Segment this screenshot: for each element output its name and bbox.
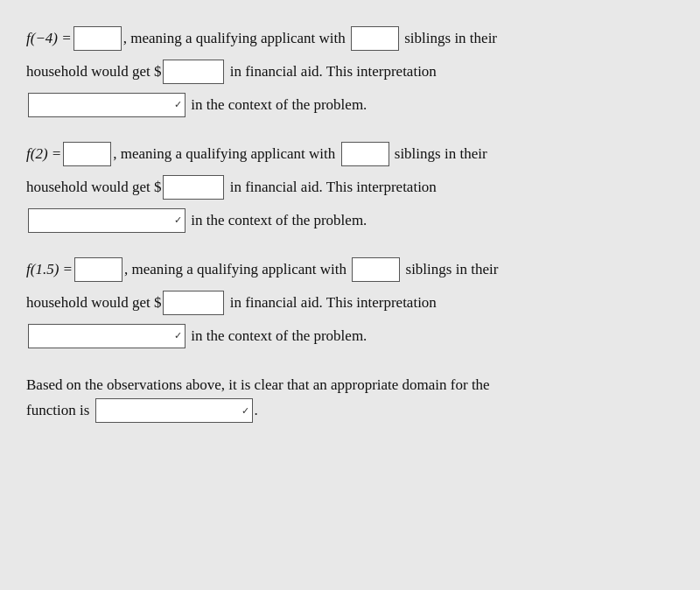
dropdown-domain[interactable]: all real numbers whole numbers non-negat… xyxy=(95,398,253,423)
dropdown-wrapper-2: makes sense does not make sense xyxy=(26,208,187,233)
section-f-neg4: f(−4) = , meaning a qualifying applicant… xyxy=(26,26,674,117)
final-text-line2: function is all real numbers whole numbe… xyxy=(26,398,674,424)
line2-section2: household would get $ in financial aid. … xyxy=(26,175,674,200)
input-f-neg4-siblings[interactable] xyxy=(351,26,399,51)
line3-section2: makes sense does not make sense in the c… xyxy=(26,208,674,233)
input-f-1pt5-value[interactable] xyxy=(74,257,122,282)
line3-end-2: in the context of the problem. xyxy=(191,208,367,232)
final-text-line1: Based on the observations above, it is c… xyxy=(26,373,674,398)
input-f-neg4-value[interactable] xyxy=(74,26,122,51)
line3-section3: makes sense does not make sense in the c… xyxy=(26,324,674,348)
dropdown-wrapper-3: makes sense does not make sense xyxy=(26,324,187,348)
line2-start-1: household would get $ xyxy=(26,60,161,83)
line2-section1: household would get $ in financial aid. … xyxy=(26,60,674,84)
dropdown-interpretation-2[interactable]: makes sense does not make sense xyxy=(28,208,186,233)
line1-end-1: siblings in their xyxy=(404,26,497,50)
line1-mid-3: , meaning a qualifying applicant with xyxy=(124,257,346,281)
line2-end-2: in financial aid. This interpretation xyxy=(230,175,437,199)
line1-section2: f(2) = , meaning a qualifying applicant … xyxy=(26,142,674,166)
func-label-2: f(2) = xyxy=(26,142,61,165)
func-label-3: f(1.5) = xyxy=(26,257,73,281)
line2-start-2: household would get $ xyxy=(26,175,161,199)
final-section: Based on the observations above, it is c… xyxy=(26,373,674,424)
func-label-1: f(−4) = xyxy=(26,26,72,50)
section-f-2: f(2) = , meaning a qualifying applicant … xyxy=(26,142,674,233)
line1-mid-2: , meaning a qualifying applicant with xyxy=(113,142,335,165)
line1-mid-1: , meaning a qualifying applicant with xyxy=(123,26,346,50)
input-f-neg4-aid[interactable] xyxy=(163,60,224,84)
section-f-1pt5: f(1.5) = , meaning a qualifying applican… xyxy=(26,257,674,348)
line2-end-1: in financial aid. This interpretation xyxy=(230,60,437,83)
line3-end-3: in the context of the problem. xyxy=(191,324,367,348)
line1-end-2: siblings in their xyxy=(395,142,487,165)
line2-end-3: in financial aid. This interpretation xyxy=(230,291,437,314)
final-text2: function is xyxy=(26,398,89,424)
input-f-1pt5-aid[interactable] xyxy=(163,291,224,315)
input-f-2-aid[interactable] xyxy=(163,175,224,200)
line1-section3: f(1.5) = , meaning a qualifying applican… xyxy=(26,257,674,282)
dropdown-interpretation-1[interactable]: makes sense does not make sense xyxy=(28,93,186,117)
input-f-2-siblings[interactable] xyxy=(341,142,389,166)
final-text3: . xyxy=(255,398,258,424)
line1-section1: f(−4) = , meaning a qualifying applicant… xyxy=(26,26,674,51)
line3-end-1: in the context of the problem. xyxy=(191,93,367,116)
input-f-1pt5-siblings[interactable] xyxy=(352,257,400,282)
dropdown-interpretation-3[interactable]: makes sense does not make sense xyxy=(28,324,186,348)
input-f-2-value[interactable] xyxy=(63,142,111,166)
line3-section1: makes sense does not make sense in the c… xyxy=(26,93,674,117)
dropdown-wrapper-domain: all real numbers whole numbers non-negat… xyxy=(94,398,255,423)
line1-end-3: siblings in their xyxy=(406,257,499,281)
dropdown-wrapper-1: makes sense does not make sense xyxy=(26,93,187,117)
line2-start-3: household would get $ xyxy=(26,291,161,314)
line2-section3: household would get $ in financial aid. … xyxy=(26,291,674,315)
